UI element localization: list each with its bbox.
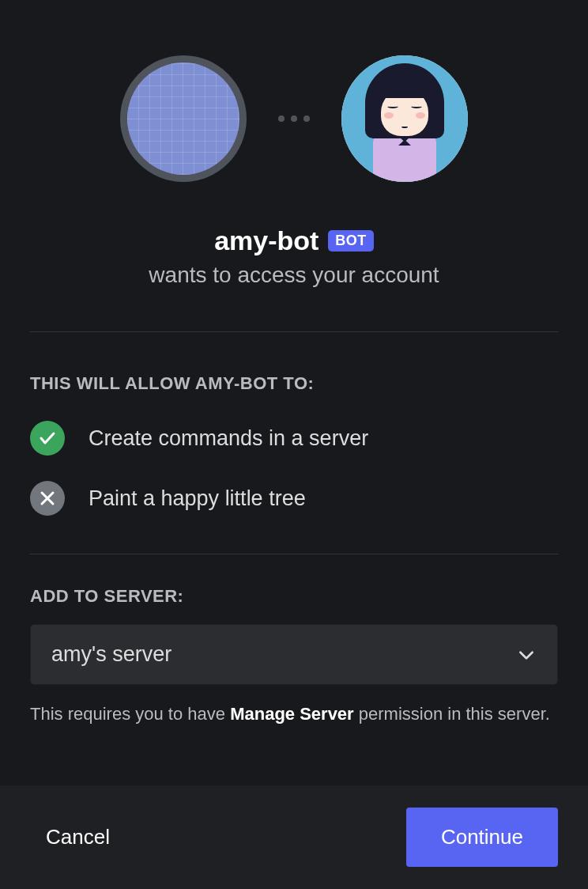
modal-content: amy-bot BOT wants to access your account… <box>0 0 588 785</box>
avatars-row <box>30 55 558 182</box>
divider <box>30 554 558 554</box>
cancel-button[interactable]: Cancel <box>30 811 126 864</box>
bot-avatar <box>120 55 247 182</box>
helper-prefix: This requires you to have <box>30 704 230 724</box>
continue-button[interactable]: Continue <box>406 808 558 867</box>
add-to-server-label: ADD TO SERVER: <box>30 586 558 607</box>
server-select[interactable]: amy's server <box>30 624 558 685</box>
dots-separator-icon <box>278 115 310 122</box>
permissions-list: Create commands in a server Paint a happ… <box>30 421 558 516</box>
cross-icon <box>30 481 65 516</box>
server-select-value: amy's server <box>51 642 172 667</box>
chevron-down-icon <box>516 645 537 665</box>
title-row: amy-bot BOT <box>30 225 558 256</box>
permission-item: Paint a happy little tree <box>30 481 558 516</box>
permission-text: Create commands in a server <box>89 426 368 451</box>
modal-footer: Cancel Continue <box>0 785 588 889</box>
permissions-heading: THIS WILL ALLOW AMY-BOT TO: <box>30 373 558 394</box>
helper-strong: Manage Server <box>230 704 354 724</box>
bot-name: amy-bot <box>214 225 318 256</box>
permission-text: Paint a happy little tree <box>89 486 306 511</box>
user-avatar <box>341 55 468 182</box>
permission-helper-text: This requires you to have Manage Server … <box>30 702 558 727</box>
bot-badge: BOT <box>328 230 374 252</box>
helper-suffix: permission in this server. <box>354 704 550 724</box>
oauth-authorize-modal: amy-bot BOT wants to access your account… <box>0 0 588 889</box>
divider <box>30 331 558 332</box>
subtitle: wants to access your account <box>30 263 558 288</box>
check-icon <box>30 421 65 456</box>
permission-item: Create commands in a server <box>30 421 558 456</box>
